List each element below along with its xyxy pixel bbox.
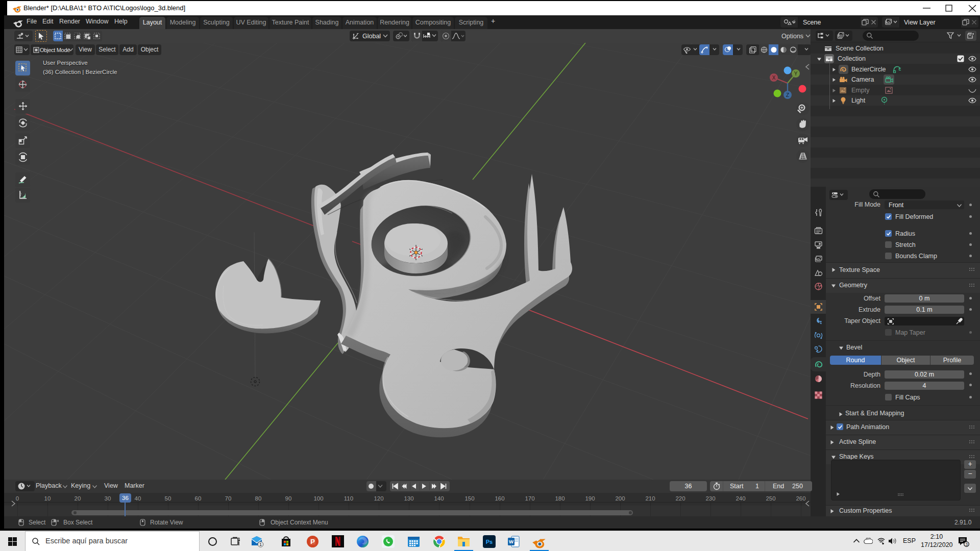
svg-text:X: X (772, 75, 776, 81)
svg-text:1: 1 (259, 542, 262, 547)
svg-text:P: P (310, 538, 315, 545)
svg-text:3: 3 (965, 542, 968, 547)
svg-text:Ps: Ps (486, 539, 493, 545)
svg-text:Y: Y (794, 71, 798, 77)
svg-text:Z: Z (786, 92, 789, 98)
svg-text:W: W (509, 539, 513, 544)
